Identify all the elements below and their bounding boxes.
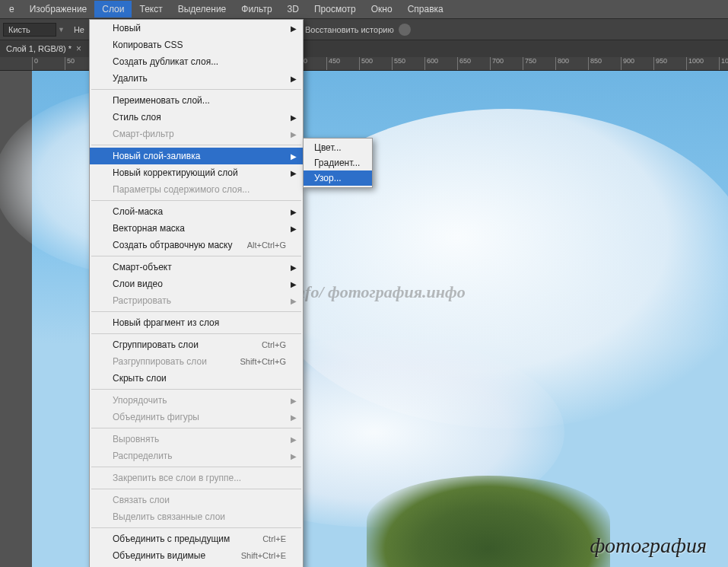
layers-dropdown-menu: Новый▶Копировать CSSСоздать дубликат сло…	[89, 19, 304, 567]
menubar-item[interactable]: е	[2, 1, 22, 18]
menu-separator	[91, 467, 301, 467]
ruler-tick: 700	[490, 57, 504, 71]
menu-shortcut: Ctrl+E	[262, 534, 286, 543]
menu-item[interactable]: Копировать CSS	[90, 37, 303, 53]
menubar-item[interactable]: Выделение	[170, 1, 234, 18]
submenu-arrow-icon: ▶	[291, 225, 297, 233]
menu-item-label: Выровнять	[113, 434, 159, 444]
menubar-item[interactable]: Справка	[400, 1, 451, 18]
menu-item[interactable]: Новый▶	[90, 20, 303, 37]
menu-item: Объединить фигуры▶	[90, 409, 303, 425]
menu-item-label: Переименовать слой...	[113, 95, 210, 106]
submenu-item[interactable]: Градиент...	[304, 155, 372, 170]
ruler-tick: 0	[32, 57, 38, 71]
menubar-item[interactable]: Изображение	[22, 1, 95, 18]
menu-item-label: Новый слой-заливка	[113, 151, 200, 161]
submenu-item[interactable]: Узор...	[304, 170, 372, 186]
fill-layer-submenu: Цвет...Градиент...Узор...	[303, 138, 373, 188]
doc-tab[interactable]: Слой 1, RGB/8) * ×	[0, 41, 87, 56]
menu-item[interactable]: Сгруппировать слоиCtrl+G	[90, 336, 303, 353]
ruler-tick: 450	[326, 57, 340, 71]
menu-item[interactable]: Скрыть слои	[90, 370, 303, 387]
submenu-item[interactable]: Цвет...	[304, 140, 372, 155]
restore-history[interactable]: Восстановить историю	[305, 24, 411, 36]
menubar-item[interactable]: Фильтр	[234, 1, 279, 18]
submenu-arrow-icon: ▶	[291, 152, 297, 161]
menu-item: Распределить▶	[90, 448, 303, 464]
menu-item-label: Растрировать	[113, 295, 171, 306]
ruler-tick: 600	[424, 57, 438, 71]
menu-item[interactable]: Переименовать слой...	[90, 92, 303, 109]
menu-item[interactable]: Слой-маска▶	[90, 203, 303, 220]
menu-item[interactable]: Векторная маска▶	[90, 220, 303, 237]
watermark-logo: фотография	[590, 534, 707, 558]
canvas-image	[367, 476, 610, 567]
menu-item[interactable]: Выполнить сведение	[90, 564, 303, 567]
menu-item: Смарт-фильтр▶	[90, 126, 303, 142]
menu-separator	[91, 89, 301, 90]
menu-item-label: Скрыть слои	[113, 373, 167, 384]
dropdown-arrow-icon[interactable]: ▼	[58, 26, 65, 33]
menu-item-label: Выделить связанные слои	[113, 511, 225, 522]
menu-item-label: Смарт-объект	[113, 262, 172, 272]
submenu-arrow-icon: ▶	[291, 24, 297, 33]
ruler-tick: 500	[359, 57, 373, 71]
menu-item[interactable]: Новый слой-заливка▶	[90, 148, 303, 164]
menu-item-label: Стиль слоя	[113, 112, 161, 123]
menu-item-label: Сгруппировать слои	[113, 339, 199, 350]
menu-item: Выделить связанные слои	[90, 508, 303, 525]
menubar-item[interactable]: Слои	[94, 1, 132, 18]
menu-separator	[91, 200, 301, 201]
ruler-tick: 550	[392, 57, 405, 71]
menu-item-label: Объединить с предыдущим	[113, 534, 230, 544]
menu-separator	[91, 333, 301, 334]
menu-item-label: Новый корректирующий слой	[113, 167, 238, 178]
tool-selector[interactable]: Кисть	[3, 23, 56, 37]
menubar-item[interactable]: Просмотр	[307, 1, 364, 18]
menu-item: Упорядочить▶	[90, 392, 303, 409]
close-icon[interactable]: ×	[76, 43, 81, 54]
ruler-tick: 50	[65, 57, 75, 71]
menu-item[interactable]: Новый корректирующий слой▶	[90, 164, 303, 181]
menu-item-label: Упорядочить	[113, 395, 167, 406]
menubar: еИзображениеСлоиТекстВыделениеФильтр3DПр…	[0, 0, 728, 19]
menu-item[interactable]: Слои видео▶	[90, 276, 303, 292]
menu-item: Разгруппировать слоиShift+Ctrl+G	[90, 353, 303, 370]
menu-item[interactable]: Объединить видимыеShift+Ctrl+E	[90, 547, 303, 564]
menu-separator	[91, 145, 301, 145]
menu-item-label: Разгруппировать слои	[113, 356, 207, 367]
menu-item-label: Связать слои	[113, 495, 170, 505]
menu-item[interactable]: Удалить▶	[90, 70, 303, 87]
menu-item[interactable]: Смарт-объект▶	[90, 259, 303, 276]
menu-separator	[91, 389, 301, 390]
submenu-arrow-icon: ▶	[291, 208, 297, 216]
menubar-item[interactable]: Текст	[132, 1, 170, 18]
ruler-tick: 950	[653, 57, 667, 71]
menubar-item[interactable]: Окно	[364, 1, 400, 18]
menu-shortcut: Shift+Ctrl+G	[240, 357, 286, 366]
menu-item: Закрепить все слои в группе...	[90, 470, 303, 486]
menu-item-label: Объединить фигуры	[113, 412, 199, 422]
menu-item-label: Копировать CSS	[113, 40, 183, 50]
menu-item-label: Новый	[113, 23, 141, 33]
menu-separator	[91, 428, 301, 428]
menu-item: Параметры содержимого слоя...	[90, 181, 303, 198]
submenu-arrow-icon: ▶	[291, 130, 297, 139]
menubar-item[interactable]: 3D	[280, 1, 307, 18]
menu-item[interactable]: Создать обтравочную маскуAlt+Ctrl+G	[90, 237, 303, 253]
submenu-arrow-icon: ▶	[291, 413, 297, 422]
menu-shortcut: Shift+Ctrl+E	[241, 551, 286, 560]
ruler-tick: 800	[555, 57, 569, 71]
menu-item[interactable]: Стиль слоя▶	[90, 109, 303, 126]
ruler-tick: 750	[523, 57, 536, 71]
menu-item[interactable]: Объединить с предыдущимCtrl+E	[90, 530, 303, 547]
restore-history-label: Восстановить историю	[305, 25, 394, 34]
menu-item-label: Распределить	[113, 451, 173, 461]
menu-item[interactable]: Создать дубликат слоя...	[90, 53, 303, 70]
menu-item-label: Удалить	[113, 73, 148, 84]
submenu-arrow-icon: ▶	[291, 75, 297, 83]
menu-item-label: Закрепить все слои в группе...	[113, 473, 241, 483]
menu-item-label: Слои видео	[113, 279, 163, 289]
menu-item-label: Векторная маска	[113, 223, 185, 234]
menu-item[interactable]: Новый фрагмент из слоя	[90, 314, 303, 331]
